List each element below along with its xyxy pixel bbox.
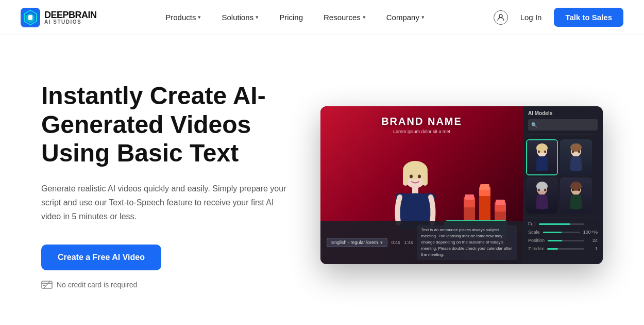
nav-solutions[interactable]: Solutions ▾ [212, 9, 268, 26]
login-button[interactable]: Log In [514, 9, 548, 26]
control-full-row: Full [528, 221, 598, 226]
svg-rect-21 [465, 194, 474, 200]
toolbar-time2: 1:4s [404, 240, 413, 245]
video-main-area: BRAND NAME Lorem ipsum dolor sit a met [320, 106, 523, 264]
resources-label: Resources [324, 13, 361, 22]
ai-models-grid [523, 135, 603, 218]
toolbar-time1: 0:4s [392, 240, 400, 245]
control-zindex-label: Z-Index [528, 246, 544, 251]
video-preview: BRAND NAME Lorem ipsum dolor sit a met [320, 106, 603, 264]
svg-rect-29 [496, 200, 505, 205]
user-icon[interactable] [494, 10, 508, 25]
resources-chevron-icon: ▾ [363, 14, 366, 21]
toolbar-script-text: Text is an announce places always subjec… [417, 225, 517, 260]
model-thumb-4[interactable] [560, 177, 592, 214]
model-thumb-3[interactable] [526, 177, 558, 214]
control-position-slider[interactable] [548, 240, 584, 241]
toolbar-dropdown-text: English - regular lorem [331, 240, 378, 245]
hero-title: Instantly Create AI-Generated Videos Usi… [41, 82, 320, 167]
no-credit-card-notice: No credit card is required [41, 281, 320, 289]
panel-header: AI Models 🔍 [523, 110, 603, 135]
company-chevron-icon: ▾ [421, 14, 425, 21]
brand-name-text: BRAND NAME [381, 116, 462, 127]
video-right-panel: AI Models 🔍 [523, 106, 603, 264]
solutions-label: Solutions [222, 13, 253, 22]
model-3-avatar [531, 180, 553, 211]
toolbar-language-dropdown[interactable]: English - regular lorem ▾ [327, 238, 387, 247]
logo-text: DEEPBRAIN AI STUDIOS [44, 10, 97, 25]
control-full-slider[interactable] [539, 223, 584, 225]
nav-pricing[interactable]: Pricing [270, 9, 312, 26]
control-zindex-value: 1 [587, 246, 598, 251]
solutions-chevron-icon: ▾ [256, 14, 259, 21]
toolbar-dropdown-chevron: ▾ [380, 240, 383, 245]
panel-controls: Full Scale 100+% Position [523, 218, 603, 257]
model-thumb-2[interactable] [560, 139, 592, 175]
svg-point-18 [418, 175, 421, 178]
logo-ai-studios: AI STUDIOS [44, 20, 97, 25]
panel-title: AI Models [528, 110, 598, 116]
control-zindex-row: Z-Index 1 [528, 246, 598, 251]
logo-icon [21, 8, 40, 27]
control-position-row: Position 24 [528, 238, 598, 243]
svg-rect-13 [422, 170, 428, 186]
credit-card-icon [41, 281, 53, 289]
search-icon: 🔍 [531, 122, 537, 128]
user-svg-icon [497, 13, 505, 22]
talk-to-sales-button[interactable]: Talk to Sales [554, 8, 623, 27]
create-free-video-button[interactable]: Create a Free AI Video [41, 245, 161, 270]
control-scale-row: Scale 100+% [528, 230, 598, 235]
hero-description: Generate realistic AI videos quickly and… [41, 182, 294, 224]
products-label: Products [165, 13, 196, 22]
svg-point-42 [544, 189, 546, 191]
svg-rect-14 [412, 187, 418, 194]
svg-point-38 [578, 151, 580, 153]
pricing-label: Pricing [279, 13, 303, 22]
navbar: DEEPBRAIN AI STUDIOS Products ▾ Solution… [0, 0, 644, 35]
control-full-label: Full [528, 221, 536, 226]
svg-point-4 [499, 14, 502, 18]
control-position-value: 24 [587, 238, 598, 243]
svg-point-33 [538, 151, 540, 153]
control-scale-label: Scale [528, 230, 540, 235]
svg-point-46 [578, 189, 580, 191]
company-label: Company [386, 13, 419, 22]
svg-rect-12 [403, 170, 408, 186]
svg-rect-25 [480, 184, 489, 190]
no-cc-text: No credit card is required [57, 281, 137, 289]
nav-resources[interactable]: Resources ▾ [314, 9, 375, 26]
svg-point-34 [544, 151, 546, 153]
svg-point-45 [572, 189, 574, 191]
nav-actions: Log In Talk to Sales [494, 8, 623, 27]
logo-deepbrain: DEEPBRAIN [44, 10, 97, 20]
logo[interactable]: DEEPBRAIN AI STUDIOS [21, 8, 97, 27]
model-2-avatar [565, 142, 587, 173]
nav-links: Products ▾ Solutions ▾ Pricing Resources… [97, 9, 494, 26]
video-toolbar: English - regular lorem ▾ 0:4s 1:4s Text… [320, 221, 523, 264]
control-scale-slider[interactable] [543, 232, 580, 233]
nav-products[interactable]: Products ▾ [156, 9, 210, 26]
svg-rect-3 [28, 15, 32, 20]
control-zindex-slider[interactable] [547, 248, 584, 250]
hero-right: BRAND NAME Lorem ipsum dolor sit a met [320, 106, 603, 264]
svg-point-17 [410, 175, 413, 178]
svg-point-37 [572, 151, 574, 153]
model-1-avatar [531, 142, 553, 173]
panel-search[interactable]: 🔍 [528, 119, 598, 131]
nav-company[interactable]: Company ▾ [377, 9, 434, 26]
control-scale-value: 100+% [583, 230, 598, 235]
hero-section: Instantly Create AI-Generated Videos Usi… [0, 35, 644, 325]
products-chevron-icon: ▾ [198, 14, 201, 21]
model-thumb-1[interactable] [526, 139, 558, 175]
brand-overlay: BRAND NAME Lorem ipsum dolor sit a met [381, 116, 462, 134]
hero-left: Instantly Create AI-Generated Videos Usi… [41, 82, 320, 288]
svg-point-41 [538, 189, 540, 191]
control-position-label: Position [528, 238, 545, 243]
svg-point-36 [570, 143, 582, 152]
model-4-avatar [565, 180, 587, 211]
svg-rect-7 [43, 285, 45, 286]
brand-sub-text: Lorem ipsum dolor sit a met [381, 129, 462, 134]
